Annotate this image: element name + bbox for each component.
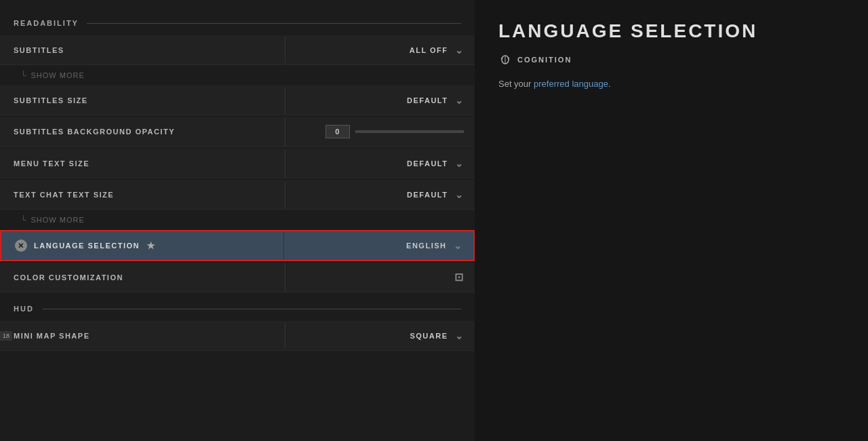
- menu-text-size-current-value: DEFAULT: [407, 159, 448, 168]
- subtitles-label: SUBTITLES: [0, 38, 285, 62]
- mini-map-shape-label: MINI MAP SHAPE: [0, 324, 285, 348]
- subtitles-current-value: ALL OFF: [410, 46, 448, 54]
- subtitles-size-chevron-icon: ⌄: [455, 95, 465, 106]
- language-selection-label: ✕ LANGUAGE SELECTION ★: [1, 231, 283, 260]
- detail-category: COGNITION: [498, 53, 844, 66]
- hud-title: HUD: [14, 305, 34, 313]
- detail-description: Set your preferred language.: [498, 77, 844, 91]
- mini-map-shape-row[interactable]: MINI MAP SHAPE SQUARE ⌄: [0, 321, 475, 351]
- subtitles-bg-opacity-row[interactable]: SUBTITLES BACKGROUND OPACITY 0: [0, 117, 475, 147]
- hud-divider: [42, 309, 461, 309]
- subtitles-bg-opacity-input[interactable]: 0: [326, 125, 350, 138]
- text-chat-text-size-label: TEXT CHAT TEXT SIZE: [0, 183, 285, 207]
- menu-text-size-row[interactable]: MENU TEXT SIZE DEFAULT ⌄: [0, 149, 475, 178]
- color-customization-row[interactable]: COLOR CUSTOMIZATION ⊡: [0, 263, 475, 292]
- detail-description-prefix: Set your: [498, 79, 534, 89]
- left-panel: 18 READABILITY SUBTITLES ALL OFF ⌄ └ SHO…: [0, 0, 475, 441]
- readability-divider: [87, 23, 461, 24]
- language-selection-value[interactable]: ENGLISH ⌄: [283, 232, 473, 259]
- subtitles-size-current-value: DEFAULT: [407, 96, 448, 104]
- color-customization-external-icon: ⊡: [454, 271, 465, 284]
- subtitles-bg-opacity-slider[interactable]: [355, 130, 464, 133]
- mini-map-shape-chevron-icon: ⌄: [455, 330, 465, 341]
- subtitles-bg-opacity-value[interactable]: 0: [285, 117, 475, 147]
- subtitles-chevron-icon: ⌄: [455, 45, 465, 56]
- subtitles-value[interactable]: ALL OFF ⌄: [285, 37, 475, 64]
- language-selection-text: LANGUAGE SELECTION: [34, 242, 140, 250]
- text-chat-text-size-chevron-icon: ⌄: [455, 189, 465, 200]
- show-more-2-label: SHOW MORE: [31, 216, 85, 224]
- detail-description-suffix: .: [608, 79, 611, 89]
- show-more-2-arrow-icon: └: [20, 215, 27, 225]
- hud-section-header: HUD: [0, 299, 475, 318]
- language-selection-chevron-icon: ⌄: [454, 240, 463, 251]
- subtitles-bg-opacity-label: SUBTITLES BACKGROUND OPACITY: [0, 119, 285, 144]
- language-selection-star-icon: ★: [146, 240, 157, 251]
- detail-description-link[interactable]: preferred language: [534, 79, 608, 89]
- color-customization-value[interactable]: ⊡: [285, 263, 475, 292]
- right-panel: LANGUAGE SELECTION COGNITION Set your pr…: [475, 0, 868, 441]
- subtitles-size-label: SUBTITLES SIZE: [0, 88, 285, 113]
- brain-icon: [498, 53, 512, 66]
- show-more-1-arrow-icon: └: [20, 71, 27, 80]
- show-more-1-row[interactable]: └ SHOW MORE: [0, 66, 475, 84]
- hud-section: HUD MINI MAP SHAPE SQUARE ⌄: [0, 299, 475, 351]
- language-selection-current-value: ENGLISH: [406, 242, 446, 250]
- text-chat-text-size-current-value: DEFAULT: [407, 191, 448, 199]
- mini-map-shape-current-value: SQUARE: [410, 332, 448, 340]
- subtitles-size-row[interactable]: SUBTITLES SIZE DEFAULT ⌄: [0, 85, 475, 115]
- menu-text-size-label: MENU TEXT SIZE: [0, 151, 285, 176]
- mini-map-shape-value[interactable]: SQUARE ⌄: [285, 322, 475, 349]
- show-more-2-row[interactable]: └ SHOW MORE: [0, 211, 475, 229]
- language-selection-x-icon: ✕: [15, 239, 27, 252]
- detail-title: LANGUAGE SELECTION: [498, 20, 844, 42]
- subtitles-row[interactable]: SUBTITLES ALL OFF ⌄: [0, 35, 475, 65]
- language-selection-row[interactable]: ✕ LANGUAGE SELECTION ★ ENGLISH ⌄: [0, 230, 475, 261]
- text-chat-text-size-value[interactable]: DEFAULT ⌄: [285, 181, 475, 208]
- menu-text-size-value[interactable]: DEFAULT ⌄: [285, 150, 475, 177]
- edge-number: 18: [0, 331, 12, 341]
- subtitles-size-value[interactable]: DEFAULT ⌄: [285, 87, 475, 114]
- show-more-1-label: SHOW MORE: [31, 71, 85, 79]
- main-container: 18 READABILITY SUBTITLES ALL OFF ⌄ └ SHO…: [0, 0, 868, 441]
- detail-category-label: COGNITION: [517, 56, 572, 64]
- readability-section-header: READABILITY: [0, 14, 475, 33]
- readability-title: READABILITY: [14, 19, 79, 27]
- text-chat-text-size-row[interactable]: TEXT CHAT TEXT SIZE DEFAULT ⌄: [0, 180, 475, 210]
- color-customization-label: COLOR CUSTOMIZATION: [0, 265, 285, 290]
- menu-text-size-chevron-icon: ⌄: [455, 158, 465, 169]
